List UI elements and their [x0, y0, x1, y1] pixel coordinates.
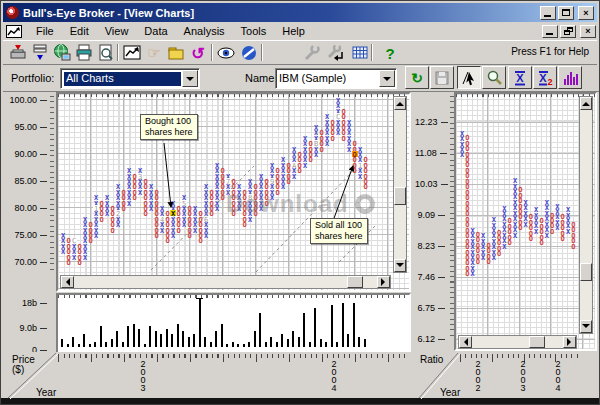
help-icon[interactable]: ?	[379, 42, 401, 64]
pf-mark: X	[159, 221, 165, 227]
mdi-restore-button[interactable]	[560, 25, 576, 38]
volume-plot[interactable]	[58, 295, 409, 352]
signal-x1-icon[interactable]: X	[508, 66, 532, 89]
name-dropdown-icon[interactable]	[379, 70, 395, 87]
pf-mark: O	[132, 178, 138, 184]
disable-icon[interactable]	[238, 42, 260, 64]
pf-mark: O	[464, 134, 470, 140]
ratio-h-scrollbar[interactable]	[458, 335, 577, 349]
pf-mark: X	[480, 254, 486, 260]
wrench-arrow-icon[interactable]	[325, 42, 347, 64]
web-update-icon[interactable]	[51, 42, 73, 64]
menu-item-tools[interactable]: Tools	[233, 23, 275, 39]
pf-mark: O	[220, 173, 226, 179]
price-h-scroll-thumb[interactable]	[347, 276, 363, 288]
portfolio-icon[interactable]	[165, 42, 187, 64]
scroll-right-icon[interactable]	[377, 276, 390, 288]
pf-mark: O	[341, 108, 347, 114]
ratio-v-scroll-thumb[interactable]	[580, 263, 592, 281]
portfolio-dropdown-icon[interactable]	[182, 70, 198, 87]
ratio-pf-plot[interactable]: XXXXXOOOOOOOOOOOOOOOOOOOOOOOOOOXXXXXXXXX…	[456, 94, 595, 349]
wrench-icon[interactable]	[301, 42, 323, 64]
pf-mark: O	[231, 210, 237, 216]
pf-mark: O	[198, 216, 204, 222]
y-tick-label: 7.46	[415, 272, 445, 282]
chart-window-icon[interactable]	[6, 25, 22, 38]
y-tick-label: 85.00	[5, 176, 47, 186]
pf-mark: O	[475, 258, 481, 264]
pf-mark: X	[269, 189, 275, 195]
pf-mark: X	[480, 232, 486, 238]
histogram-icon[interactable]	[558, 66, 582, 89]
pf-mark: X	[247, 183, 253, 189]
import-data-icon[interactable]	[7, 42, 29, 64]
price-h-scrollbar[interactable]	[60, 275, 391, 289]
ratio-h-scroll-thumb[interactable]	[529, 336, 545, 348]
annotation-buy[interactable]: Bought 100 shares here	[140, 114, 198, 140]
pf-mark: X	[291, 162, 297, 168]
pf-mark: O	[352, 151, 358, 157]
pf-mark: O	[242, 189, 248, 195]
print-preview-icon[interactable]	[95, 42, 117, 64]
volume-bar	[111, 339, 113, 347]
scroll-down-icon[interactable]	[394, 259, 406, 272]
maximize-button[interactable]	[558, 6, 574, 20]
annotation-sell[interactable]: Sold all 100 shares here	[310, 218, 368, 244]
price-pf-plot[interactable]: Download Bought 100 shares here Sold all…	[58, 94, 409, 290]
ratio-v-scrollbar[interactable]	[579, 96, 593, 334]
menu-item-file[interactable]: File	[28, 23, 62, 39]
grid-icon[interactable]	[349, 42, 371, 64]
pf-mark: X	[346, 135, 352, 141]
pf-mark: X	[491, 227, 497, 233]
refresh-icon[interactable]: ↻	[405, 66, 429, 89]
signal-x2-icon[interactable]: X2	[533, 66, 557, 89]
pf-mark: O	[121, 194, 127, 200]
menu-item-edit[interactable]: Edit	[62, 23, 97, 39]
pf-mark: O	[297, 162, 303, 168]
pf-mark: O	[154, 216, 160, 222]
menu-item-data[interactable]: Data	[136, 23, 175, 39]
price-v-scrollbar[interactable]	[393, 96, 407, 273]
scroll-left-icon[interactable]	[459, 336, 472, 348]
title-bar[interactable]: Bull's-Eye Broker - [View Charts] ×	[3, 3, 597, 22]
menu-item-view[interactable]: View	[97, 23, 137, 39]
volume-bar	[259, 313, 261, 347]
y-tick-label: 70.00	[5, 257, 47, 267]
zoom-tool-icon[interactable]	[482, 66, 506, 89]
menu-item-analysis[interactable]: Analysis	[176, 23, 233, 39]
export-data-icon[interactable]	[29, 42, 51, 64]
mdi-minimize-button[interactable]	[542, 25, 558, 38]
portfolio-select[interactable]: All Charts	[60, 68, 200, 89]
pf-mark: O	[209, 194, 215, 200]
print-icon[interactable]	[73, 42, 95, 64]
pf-mark: O	[253, 189, 259, 195]
pf-mark: X	[214, 200, 220, 206]
price-v-scroll-thumb[interactable]	[394, 187, 406, 205]
view-charts-icon[interactable]	[121, 42, 143, 64]
save-icon[interactable]	[430, 66, 454, 89]
app-icon[interactable]	[6, 6, 19, 19]
pf-mark: O	[220, 178, 226, 184]
pf-mark: O	[132, 183, 138, 189]
volume-bar	[331, 305, 333, 347]
mdi-close-button[interactable]: ×	[580, 25, 596, 38]
close-button[interactable]: ×	[578, 6, 594, 20]
pf-mark: O	[187, 221, 193, 227]
undo-icon[interactable]: ↺	[187, 42, 209, 64]
name-select[interactable]: IBM (Sample)	[275, 68, 397, 89]
pointer-tool-icon[interactable]	[457, 66, 481, 89]
pf-mark: X	[214, 178, 220, 184]
scroll-left-icon[interactable]	[61, 276, 74, 288]
drag-hand-icon[interactable]: ☞	[143, 42, 165, 64]
scroll-up-icon[interactable]	[580, 97, 592, 110]
pf-mark: X	[192, 227, 198, 233]
pf-mark: O	[549, 228, 555, 234]
pf-month-mark: 7	[225, 178, 231, 184]
bullseye-icon[interactable]	[215, 42, 237, 64]
pf-mark: O	[66, 259, 72, 265]
scroll-right-icon[interactable]	[563, 336, 576, 348]
minimize-button[interactable]	[540, 6, 556, 20]
menu-item-help[interactable]: Help	[274, 23, 313, 39]
scroll-up-icon[interactable]	[394, 97, 406, 110]
scroll-down-icon[interactable]	[580, 320, 592, 333]
